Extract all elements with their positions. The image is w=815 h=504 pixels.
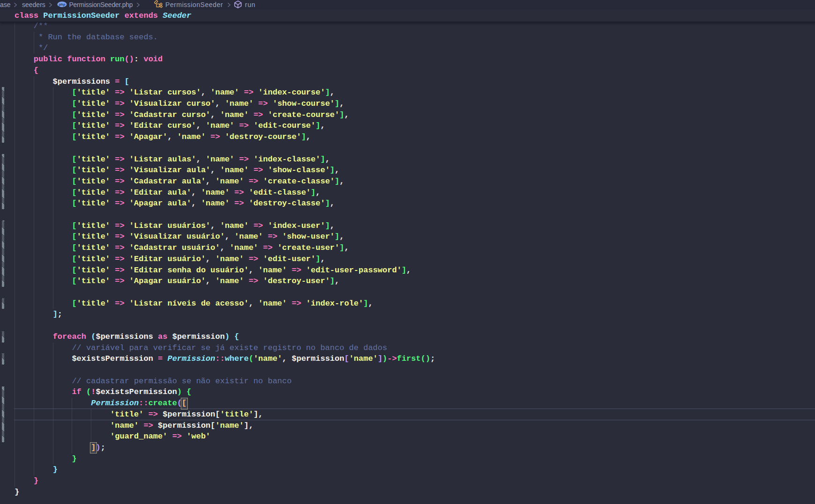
svg-text:php: php [59, 2, 66, 7]
